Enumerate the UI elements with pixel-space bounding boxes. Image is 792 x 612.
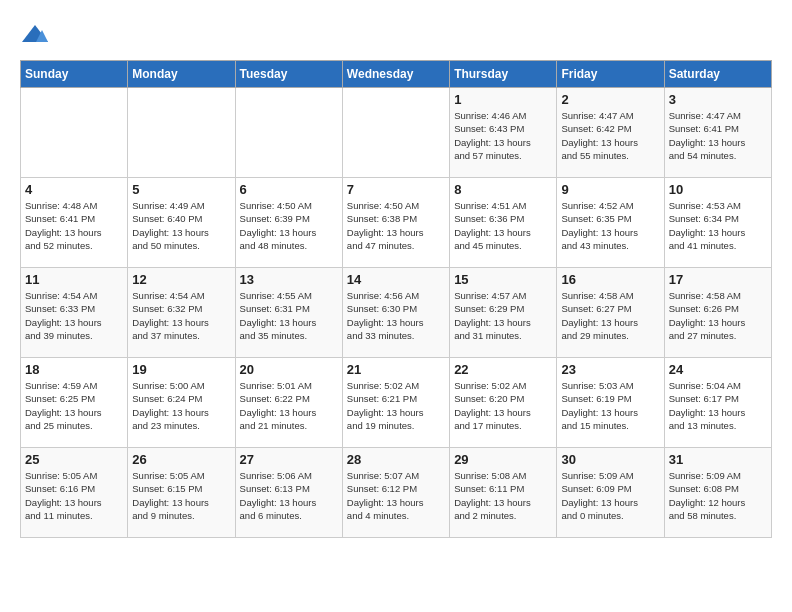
page-header xyxy=(20,20,772,50)
day-of-week-header: Friday xyxy=(557,61,664,88)
cell-info: Sunrise: 4:48 AM Sunset: 6:41 PM Dayligh… xyxy=(25,199,123,252)
calendar-cell: 20Sunrise: 5:01 AM Sunset: 6:22 PM Dayli… xyxy=(235,358,342,448)
day-of-week-header: Monday xyxy=(128,61,235,88)
cell-info: Sunrise: 4:54 AM Sunset: 6:33 PM Dayligh… xyxy=(25,289,123,342)
calendar-cell: 17Sunrise: 4:58 AM Sunset: 6:26 PM Dayli… xyxy=(664,268,771,358)
cell-info: Sunrise: 4:46 AM Sunset: 6:43 PM Dayligh… xyxy=(454,109,552,162)
cell-info: Sunrise: 4:51 AM Sunset: 6:36 PM Dayligh… xyxy=(454,199,552,252)
calendar-cell: 7Sunrise: 4:50 AM Sunset: 6:38 PM Daylig… xyxy=(342,178,449,268)
day-number: 30 xyxy=(561,452,659,467)
calendar-cell: 30Sunrise: 5:09 AM Sunset: 6:09 PM Dayli… xyxy=(557,448,664,538)
cell-info: Sunrise: 4:47 AM Sunset: 6:42 PM Dayligh… xyxy=(561,109,659,162)
calendar-cell: 8Sunrise: 4:51 AM Sunset: 6:36 PM Daylig… xyxy=(450,178,557,268)
calendar-cell: 29Sunrise: 5:08 AM Sunset: 6:11 PM Dayli… xyxy=(450,448,557,538)
cell-info: Sunrise: 5:04 AM Sunset: 6:17 PM Dayligh… xyxy=(669,379,767,432)
calendar-cell: 9Sunrise: 4:52 AM Sunset: 6:35 PM Daylig… xyxy=(557,178,664,268)
cell-info: Sunrise: 4:53 AM Sunset: 6:34 PM Dayligh… xyxy=(669,199,767,252)
cell-info: Sunrise: 4:58 AM Sunset: 6:26 PM Dayligh… xyxy=(669,289,767,342)
calendar-cell: 4Sunrise: 4:48 AM Sunset: 6:41 PM Daylig… xyxy=(21,178,128,268)
calendar-cell: 2Sunrise: 4:47 AM Sunset: 6:42 PM Daylig… xyxy=(557,88,664,178)
day-number: 5 xyxy=(132,182,230,197)
day-of-week-header: Wednesday xyxy=(342,61,449,88)
cell-info: Sunrise: 4:56 AM Sunset: 6:30 PM Dayligh… xyxy=(347,289,445,342)
calendar-cell: 31Sunrise: 5:09 AM Sunset: 6:08 PM Dayli… xyxy=(664,448,771,538)
cell-info: Sunrise: 5:03 AM Sunset: 6:19 PM Dayligh… xyxy=(561,379,659,432)
calendar-cell: 14Sunrise: 4:56 AM Sunset: 6:30 PM Dayli… xyxy=(342,268,449,358)
calendar-cell: 24Sunrise: 5:04 AM Sunset: 6:17 PM Dayli… xyxy=(664,358,771,448)
calendar-cell: 18Sunrise: 4:59 AM Sunset: 6:25 PM Dayli… xyxy=(21,358,128,448)
cell-info: Sunrise: 5:01 AM Sunset: 6:22 PM Dayligh… xyxy=(240,379,338,432)
calendar-cell: 6Sunrise: 4:50 AM Sunset: 6:39 PM Daylig… xyxy=(235,178,342,268)
day-number: 1 xyxy=(454,92,552,107)
day-of-week-header: Sunday xyxy=(21,61,128,88)
cell-info: Sunrise: 5:02 AM Sunset: 6:21 PM Dayligh… xyxy=(347,379,445,432)
cell-info: Sunrise: 5:02 AM Sunset: 6:20 PM Dayligh… xyxy=(454,379,552,432)
calendar-cell: 3Sunrise: 4:47 AM Sunset: 6:41 PM Daylig… xyxy=(664,88,771,178)
calendar-cell: 26Sunrise: 5:05 AM Sunset: 6:15 PM Dayli… xyxy=(128,448,235,538)
cell-info: Sunrise: 4:58 AM Sunset: 6:27 PM Dayligh… xyxy=(561,289,659,342)
day-number: 24 xyxy=(669,362,767,377)
day-number: 14 xyxy=(347,272,445,287)
day-number: 22 xyxy=(454,362,552,377)
calendar-cell: 16Sunrise: 4:58 AM Sunset: 6:27 PM Dayli… xyxy=(557,268,664,358)
calendar-cell: 21Sunrise: 5:02 AM Sunset: 6:21 PM Dayli… xyxy=(342,358,449,448)
calendar-cell: 27Sunrise: 5:06 AM Sunset: 6:13 PM Dayli… xyxy=(235,448,342,538)
day-number: 21 xyxy=(347,362,445,377)
calendar-cell: 28Sunrise: 5:07 AM Sunset: 6:12 PM Dayli… xyxy=(342,448,449,538)
calendar-cell xyxy=(128,88,235,178)
day-number: 16 xyxy=(561,272,659,287)
cell-info: Sunrise: 4:59 AM Sunset: 6:25 PM Dayligh… xyxy=(25,379,123,432)
cell-info: Sunrise: 5:00 AM Sunset: 6:24 PM Dayligh… xyxy=(132,379,230,432)
day-number: 15 xyxy=(454,272,552,287)
cell-info: Sunrise: 5:09 AM Sunset: 6:08 PM Dayligh… xyxy=(669,469,767,522)
calendar-cell xyxy=(21,88,128,178)
cell-info: Sunrise: 4:50 AM Sunset: 6:39 PM Dayligh… xyxy=(240,199,338,252)
cell-info: Sunrise: 5:06 AM Sunset: 6:13 PM Dayligh… xyxy=(240,469,338,522)
calendar-cell: 19Sunrise: 5:00 AM Sunset: 6:24 PM Dayli… xyxy=(128,358,235,448)
day-number: 25 xyxy=(25,452,123,467)
cell-info: Sunrise: 5:09 AM Sunset: 6:09 PM Dayligh… xyxy=(561,469,659,522)
calendar-cell: 10Sunrise: 4:53 AM Sunset: 6:34 PM Dayli… xyxy=(664,178,771,268)
calendar-cell: 25Sunrise: 5:05 AM Sunset: 6:16 PM Dayli… xyxy=(21,448,128,538)
cell-info: Sunrise: 5:05 AM Sunset: 6:16 PM Dayligh… xyxy=(25,469,123,522)
cell-info: Sunrise: 4:52 AM Sunset: 6:35 PM Dayligh… xyxy=(561,199,659,252)
day-number: 29 xyxy=(454,452,552,467)
cell-info: Sunrise: 5:05 AM Sunset: 6:15 PM Dayligh… xyxy=(132,469,230,522)
cell-info: Sunrise: 5:07 AM Sunset: 6:12 PM Dayligh… xyxy=(347,469,445,522)
day-number: 19 xyxy=(132,362,230,377)
day-number: 11 xyxy=(25,272,123,287)
calendar-cell: 1Sunrise: 4:46 AM Sunset: 6:43 PM Daylig… xyxy=(450,88,557,178)
calendar-cell: 22Sunrise: 5:02 AM Sunset: 6:20 PM Dayli… xyxy=(450,358,557,448)
day-number: 20 xyxy=(240,362,338,377)
day-number: 31 xyxy=(669,452,767,467)
calendar-cell xyxy=(342,88,449,178)
calendar-cell: 11Sunrise: 4:54 AM Sunset: 6:33 PM Dayli… xyxy=(21,268,128,358)
cell-info: Sunrise: 4:50 AM Sunset: 6:38 PM Dayligh… xyxy=(347,199,445,252)
day-number: 4 xyxy=(25,182,123,197)
calendar-cell: 13Sunrise: 4:55 AM Sunset: 6:31 PM Dayli… xyxy=(235,268,342,358)
calendar-cell: 12Sunrise: 4:54 AM Sunset: 6:32 PM Dayli… xyxy=(128,268,235,358)
day-number: 23 xyxy=(561,362,659,377)
day-of-week-header: Tuesday xyxy=(235,61,342,88)
day-number: 3 xyxy=(669,92,767,107)
calendar-cell: 23Sunrise: 5:03 AM Sunset: 6:19 PM Dayli… xyxy=(557,358,664,448)
cell-info: Sunrise: 4:47 AM Sunset: 6:41 PM Dayligh… xyxy=(669,109,767,162)
calendar-table: SundayMondayTuesdayWednesdayThursdayFrid… xyxy=(20,60,772,538)
day-number: 10 xyxy=(669,182,767,197)
logo-icon xyxy=(20,20,50,50)
logo xyxy=(20,20,52,50)
cell-info: Sunrise: 4:57 AM Sunset: 6:29 PM Dayligh… xyxy=(454,289,552,342)
day-number: 17 xyxy=(669,272,767,287)
cell-info: Sunrise: 4:54 AM Sunset: 6:32 PM Dayligh… xyxy=(132,289,230,342)
day-of-week-header: Saturday xyxy=(664,61,771,88)
cell-info: Sunrise: 5:08 AM Sunset: 6:11 PM Dayligh… xyxy=(454,469,552,522)
day-number: 7 xyxy=(347,182,445,197)
calendar-cell: 5Sunrise: 4:49 AM Sunset: 6:40 PM Daylig… xyxy=(128,178,235,268)
calendar-cell: 15Sunrise: 4:57 AM Sunset: 6:29 PM Dayli… xyxy=(450,268,557,358)
day-number: 2 xyxy=(561,92,659,107)
day-of-week-header: Thursday xyxy=(450,61,557,88)
day-number: 8 xyxy=(454,182,552,197)
day-number: 12 xyxy=(132,272,230,287)
day-number: 27 xyxy=(240,452,338,467)
day-number: 26 xyxy=(132,452,230,467)
